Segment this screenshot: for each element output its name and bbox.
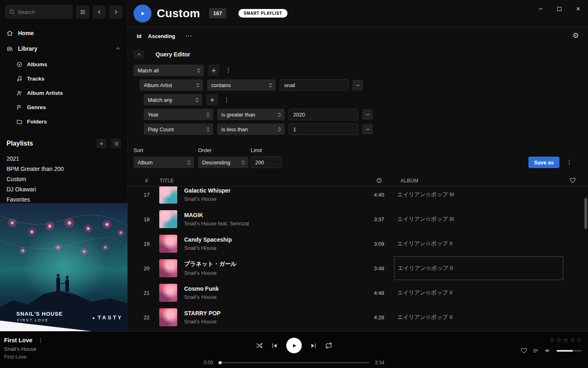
playlist-view-button[interactable] — [111, 139, 121, 148]
remove-rule-button[interactable] — [362, 124, 373, 135]
now-playing-artwork[interactable]: SNAIL'S HOUSE FIRST LOVE ▲TASTY — [0, 203, 128, 331]
save-as-button[interactable]: Save as — [528, 157, 559, 168]
now-playing-artist[interactable]: Snail’s House — [4, 346, 44, 352]
match-type-select[interactable]: Match all — [134, 65, 204, 76]
play-playlist-button[interactable] — [134, 4, 151, 22]
menu-button[interactable] — [76, 5, 89, 19]
group-match-type-select[interactable]: Match any — [144, 94, 202, 105]
rule-value-input[interactable] — [289, 109, 358, 120]
sidebar-item-albums[interactable]: Albums — [0, 57, 127, 72]
track-artist[interactable]: Snail’s House — [184, 196, 347, 202]
rule-operator-select[interactable]: is less than — [217, 123, 285, 135]
search-input[interactable] — [18, 9, 69, 15]
column-header-title[interactable]: TITLE — [160, 175, 174, 186]
table-row[interactable]: 19 Candy Spaceship Snail’s House 3:09 エイ… — [128, 231, 588, 256]
track-title[interactable]: プラネット・ガール — [184, 260, 347, 268]
table-row[interactable]: 21 Cosmo Funk Snail’s House 4:48 エイリアン☆ポ… — [128, 280, 588, 305]
order-select[interactable]: Descending — [198, 157, 248, 168]
remove-rule-button[interactable] — [352, 80, 363, 90]
star-icon[interactable]: ☆ — [550, 337, 555, 343]
sidebar-item-tracks[interactable]: Tracks — [0, 72, 127, 86]
seek-bar[interactable] — [218, 362, 370, 364]
previous-track-button[interactable] — [271, 342, 278, 349]
track-title[interactable]: Candy Spaceship — [184, 236, 347, 243]
rule-field-select[interactable]: Play Count — [144, 123, 213, 135]
track-title[interactable]: STARRY POP — [184, 310, 347, 316]
star-icon[interactable]: ☆ — [563, 337, 568, 343]
table-row[interactable]: 22 STARRY POP Snail’s House 4:28 エイリアン☆ポ… — [128, 305, 588, 330]
play-pause-button[interactable] — [286, 338, 302, 353]
playlist-item[interactable]: DJ Okawari — [7, 184, 121, 194]
sidebar-item-library[interactable]: Library — [0, 41, 127, 56]
favorite-button[interactable] — [521, 348, 527, 354]
track-artist[interactable]: Snail’s House — [184, 245, 347, 251]
sidebar-item-genres[interactable]: Genres — [0, 100, 127, 114]
seek-handle[interactable] — [218, 361, 222, 364]
star-icon[interactable]: ☆ — [556, 337, 561, 343]
sidebar-item-folders[interactable]: Folders — [0, 114, 127, 129]
collapse-query-editor-button[interactable] — [134, 50, 144, 59]
rating-stars[interactable]: ☆☆☆☆☆ — [550, 337, 582, 343]
track-artist[interactable]: Snail’s House — [184, 294, 347, 300]
add-playlist-button[interactable] — [96, 139, 106, 148]
settings-gear-button[interactable]: ⚙ — [572, 32, 579, 39]
track-album-cell[interactable]: エイリアン☆ポップ II — [394, 281, 563, 305]
nav-forward-button[interactable] — [109, 5, 122, 19]
column-header-number[interactable]: # — [138, 175, 155, 186]
track-title[interactable]: MAGIK — [184, 212, 347, 218]
track-album-cell-focused[interactable]: エイリアン☆ポップ II — [394, 256, 563, 280]
track-album-cell[interactable]: エイリアン☆ポップ III — [394, 186, 563, 206]
table-row[interactable]: 20 プラネット・ガール Snail’s House 3:48 エイリアン☆ポッ… — [128, 256, 588, 280]
track-artist[interactable]: Snail’s House feat. Sennzai — [184, 220, 347, 227]
volume-slider[interactable] — [557, 350, 582, 352]
rule-value-input[interactable] — [289, 123, 358, 135]
playlist-item[interactable]: BPM Greater than 200 — [7, 164, 121, 174]
now-playing-album[interactable]: First Love — [4, 354, 44, 360]
maximize-button[interactable] — [556, 6, 563, 12]
chevron-up-icon[interactable] — [115, 46, 121, 52]
column-header-album[interactable]: ALBUM — [401, 175, 418, 186]
shuffle-button[interactable] — [256, 342, 263, 349]
track-title[interactable]: Galactic Whisper — [184, 187, 347, 194]
nav-back-button[interactable] — [93, 5, 106, 19]
sidebar-item-album-artists[interactable]: Album Artists — [0, 86, 127, 100]
remove-rule-button[interactable] — [362, 109, 373, 120]
minimize-button[interactable]: − — [537, 6, 544, 12]
sidebar-item-home[interactable]: Home — [0, 25, 127, 41]
now-playing-title[interactable]: First Love — [4, 337, 32, 343]
rule-value-input[interactable] — [280, 79, 348, 91]
track-artist[interactable]: Snail’s House — [184, 270, 347, 276]
rule-field-select[interactable]: Year — [144, 109, 213, 120]
sort-select[interactable]: Album — [134, 157, 194, 168]
rule-operator-select[interactable]: contains — [207, 79, 276, 91]
next-track-button[interactable] — [310, 342, 317, 349]
rule-operator-select[interactable]: is greater than — [217, 109, 285, 120]
rule-field-select[interactable]: Album Artist — [140, 79, 203, 91]
star-icon[interactable]: ☆ — [570, 337, 575, 343]
repeat-button[interactable] — [325, 342, 332, 349]
sort-direction-button[interactable]: Ascending — [148, 33, 175, 39]
add-group-rule-button[interactable] — [206, 94, 218, 105]
track-title[interactable]: Cosmo Funk — [184, 285, 347, 292]
sort-field-button[interactable]: Id — [137, 33, 142, 39]
table-row[interactable]: 17 Galactic Whisper Snail’s House 4:40 エ… — [128, 186, 588, 207]
star-icon[interactable]: ☆ — [577, 337, 582, 343]
track-album-cell[interactable]: エイリアン☆ポップ III — [394, 207, 563, 231]
track-options-button[interactable] — [38, 337, 44, 343]
group-options-button[interactable] — [222, 94, 232, 105]
track-artist[interactable]: Snail’s House — [184, 319, 347, 325]
volume-button[interactable] — [544, 347, 551, 354]
track-album-cell[interactable]: エイリアン☆ポップ II — [394, 232, 563, 256]
table-row[interactable]: 18 MAGIK Snail’s House feat. Sennzai 3:3… — [128, 207, 588, 231]
column-header-favorite[interactable] — [570, 175, 576, 186]
table-scrollbar[interactable] — [584, 198, 587, 229]
track-album-cell[interactable]: エイリアン☆ポップ II — [394, 305, 563, 329]
column-header-duration[interactable] — [376, 175, 382, 186]
more-options-button[interactable] — [185, 32, 192, 40]
playlist-item[interactable]: 2021 — [7, 153, 121, 164]
playlist-item[interactable]: Custom — [7, 174, 121, 184]
limit-input[interactable] — [251, 157, 282, 168]
close-button[interactable]: × — [575, 6, 581, 12]
rule-group-options-button[interactable] — [223, 65, 233, 76]
queue-button[interactable] — [532, 348, 539, 354]
